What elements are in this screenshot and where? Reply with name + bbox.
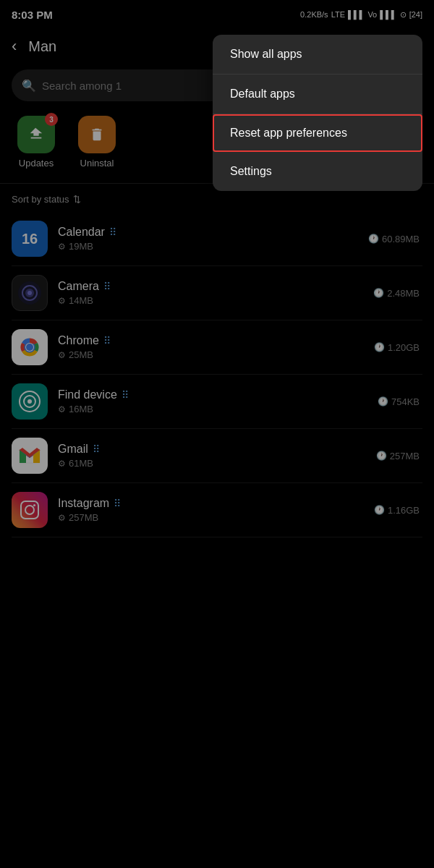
dropdown-item-settings[interactable]: Settings — [213, 152, 422, 191]
dropdown-item-default-apps[interactable]: Default apps — [213, 75, 422, 114]
dropdown-item-show-all-apps[interactable]: Show all apps — [213, 35, 422, 75]
dropdown-menu: Show all apps Default apps Reset app pre… — [213, 35, 422, 191]
dropdown-item-reset-app-preferences[interactable]: Reset app preferences — [213, 114, 422, 152]
